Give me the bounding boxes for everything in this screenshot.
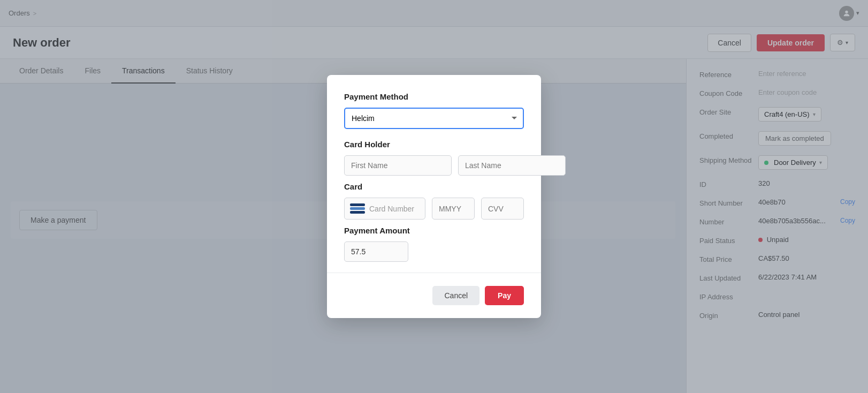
payment-method-label: Payment Method — [344, 92, 524, 101]
payment-method-select[interactable]: Helcim — [344, 108, 524, 129]
mmyy-input[interactable] — [432, 198, 475, 220]
modal-cancel-button[interactable]: Cancel — [432, 286, 479, 305]
first-name-input[interactable] — [344, 155, 452, 176]
last-name-input[interactable] — [458, 155, 566, 176]
card-stripe-light — [350, 207, 365, 210]
card-number-field[interactable]: Card Number — [344, 198, 425, 220]
card-number-placeholder: Card Number — [369, 205, 414, 213]
modal-overlay: Payment Method Helcim Card Holder Card C… — [0, 0, 868, 393]
cvv-input[interactable] — [481, 198, 524, 220]
payment-amount-label: Payment Amount — [344, 226, 524, 235]
card-icon — [350, 203, 365, 214]
modal-pay-button[interactable]: Pay — [485, 286, 524, 305]
card-holder-row — [344, 155, 524, 176]
payment-amount-input[interactable] — [344, 241, 408, 262]
modal-divider — [327, 273, 541, 273]
card-holder-label: Card Holder — [344, 140, 524, 149]
card-stripe-dark — [350, 203, 365, 206]
modal-footer: Cancel Pay — [344, 284, 524, 305]
card-stripe-dark2 — [350, 211, 365, 214]
card-section-label: Card — [344, 182, 524, 191]
payment-modal: Payment Method Helcim Card Holder Card C… — [327, 75, 541, 318]
card-row: Card Number — [344, 198, 524, 220]
